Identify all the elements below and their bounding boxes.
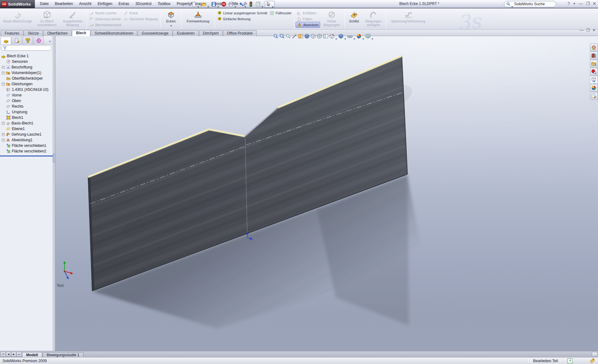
ribbon-button-einfache-bohrung[interactable]: Einfache Bohrung: [216, 16, 268, 22]
expand-icon[interactable]: +: [2, 133, 5, 136]
options-button[interactable]: [255, 1, 264, 8]
ribbon-button-schlitz[interactable]: Schlitz: [347, 10, 361, 23]
edit-appearance-button[interactable]: [356, 33, 365, 39]
ribbon-button-linear-ausgetragener-schnitt[interactable]: Linear ausgetragener Schnitt: [216, 10, 268, 16]
chevron-down-icon[interactable]: [244, 3, 246, 5]
doc-close-button[interactable]: ✕: [592, 28, 596, 32]
view-palette-tab[interactable]: [590, 76, 598, 84]
rollback-bar[interactable]: [0, 156, 53, 156]
chevron-down-icon[interactable]: [371, 35, 373, 37]
model-tab-bewegungsstudie-1[interactable]: Bewegungsstudie 1: [43, 352, 83, 357]
menu-bearbeiten[interactable]: Bearbeiten: [52, 0, 76, 8]
tab-dimxpert[interactable]: DimXpert: [199, 30, 223, 36]
menu-extras[interactable]: Extras: [116, 0, 132, 8]
menu-datei[interactable]: Datei: [37, 0, 52, 8]
expand-icon[interactable]: +: [2, 83, 5, 86]
tree-item-beschriftung[interactable]: +ABeschriftung: [0, 64, 53, 70]
chevron-down-icon[interactable]: [197, 3, 199, 5]
menu-3dcontrol[interactable]: 3Dcontrol: [132, 0, 154, 8]
display-wireframe-button[interactable]: [316, 33, 322, 39]
ribbon-button-formwerkzeug[interactable]: Formwerkzeug: [184, 10, 212, 23]
doc-minimize-button[interactable]: —: [580, 28, 583, 32]
tree-item-fläche-verschieben2[interactable]: Fläche verschieben2: [0, 148, 53, 154]
tree-item-blech-ecke-1[interactable]: Blech Ecke 1: [0, 53, 53, 59]
configurationmanager-tab[interactable]: [22, 37, 33, 44]
dimxpert-tab[interactable]: [33, 37, 44, 44]
prev-tab-button[interactable]: ◀: [6, 352, 11, 357]
ribbon-button-füllmuster[interactable]: Füllmuster: [268, 10, 293, 16]
tab-features[interactable]: Features: [1, 30, 23, 36]
tree-filter-input[interactable]: [1, 45, 52, 51]
solidworks-resources-tab[interactable]: [590, 68, 598, 76]
tree-item-ursprung[interactable]: Ursprung: [0, 109, 53, 115]
tree-item-abwicklung1[interactable]: +Abwicklung1: [0, 137, 53, 143]
expand-icon[interactable]: +: [2, 66, 5, 69]
quick-tips-icon[interactable]: ?: [567, 358, 572, 363]
tree-item-ebene1[interactable]: Ebene1: [0, 126, 53, 132]
tab-schweißkonstruktionen[interactable]: Schweißkonstruktionen: [91, 30, 137, 36]
search-input[interactable]: [514, 2, 551, 6]
menu-toolbox[interactable]: Toolbox: [154, 0, 173, 8]
panel-overflow-chevron[interactable]: »: [49, 39, 52, 44]
flyout-arrow-icon[interactable]: [170, 24, 172, 25]
tree-item-basis-blech1[interactable]: +Basis-Blech1: [0, 120, 53, 126]
undo-button[interactable]: [238, 1, 247, 8]
restore-button[interactable]: ❐: [586, 1, 590, 6]
doc-restore-button[interactable]: ❐: [586, 28, 590, 32]
open-button[interactable]: [201, 1, 210, 8]
appearances-tab[interactable]: [590, 84, 598, 92]
apply-scene-button[interactable]: [365, 33, 374, 39]
chevron-down-icon[interactable]: [272, 3, 274, 5]
pdf-button[interactable]: PS: [221, 1, 227, 8]
tab-evaluieren[interactable]: Evaluieren: [173, 30, 199, 36]
zoom-fit-button[interactable]: [273, 33, 279, 39]
menu-einfügen[interactable]: Einfügen: [94, 0, 115, 8]
pane-split-button[interactable]: [592, 352, 597, 357]
tree-item-gehrung-lasche1[interactable]: +Gehrung-Lasche1: [0, 132, 53, 137]
propertymanager-tab[interactable]: [12, 37, 22, 44]
display-style-button[interactable]: [338, 33, 347, 39]
close-button[interactable]: ✕: [593, 1, 596, 6]
chevron-down-icon[interactable]: [353, 35, 355, 37]
tree-item-fläche-verschieben1[interactable]: Fläche verschieben1: [0, 143, 53, 148]
help-dropdown-icon[interactable]: ▼: [573, 2, 576, 5]
tree-item-vorne[interactable]: Vorne: [0, 92, 53, 98]
menu-ansicht[interactable]: Ansicht: [76, 0, 94, 8]
chevron-down-icon[interactable]: [217, 3, 219, 5]
graphics-viewport[interactable]: Test: [55, 36, 598, 351]
display-hidden-lines-button[interactable]: [310, 33, 316, 39]
viewport-split-button[interactable]: [323, 33, 329, 39]
featuremanager-tab[interactable]: [1, 37, 11, 44]
chevron-down-icon[interactable]: [234, 3, 236, 5]
tab-skizze[interactable]: Skizze: [24, 30, 43, 36]
search-box[interactable]: [504, 1, 556, 7]
tree-item-oberflächenkörper[interactable]: Oberflächenkörper: [0, 76, 53, 81]
first-tab-button[interactable]: ⏮: [1, 352, 6, 357]
select-cursor-button[interactable]: [265, 1, 275, 8]
zoom-area-button[interactable]: [279, 33, 285, 39]
chevron-down-icon[interactable]: [261, 3, 263, 5]
panel-splitter[interactable]: [53, 36, 55, 351]
expand-icon[interactable]: +: [2, 72, 5, 74]
tree-item-1-4301-x5crni18-10-[interactable]: 1.4301 (X5CrNi18-10): [0, 87, 53, 92]
chevron-down-icon[interactable]: [344, 35, 346, 37]
section-view-button[interactable]: [298, 33, 304, 39]
tree-item-rechts[interactable]: Rechts: [0, 104, 53, 109]
custom-properties-tab[interactable]: [590, 92, 598, 100]
chevron-down-icon[interactable]: [335, 35, 337, 37]
new-document-button[interactable]: [191, 1, 200, 8]
display-shaded-button[interactable]: [304, 33, 310, 39]
save-button[interactable]: [211, 1, 220, 8]
model-tab-modell[interactable]: Modell: [22, 352, 42, 357]
minimize-button[interactable]: —: [579, 1, 583, 6]
chevron-down-icon[interactable]: [207, 3, 209, 5]
tree-item-volumenkörper-1-[interactable]: +Volumenkörper(1): [0, 70, 53, 76]
tree-item-oben[interactable]: Oben: [0, 98, 53, 104]
zoom-inout-button[interactable]: [285, 33, 291, 39]
ribbon-button-ecken[interactable]: Ecken: [163, 10, 179, 25]
tab-gusswerkzeuge[interactable]: Gusswerkzeuge: [138, 30, 173, 36]
tree-item-sensoren[interactable]: Sensoren: [0, 59, 53, 64]
view-settings-button[interactable]: [329, 33, 338, 39]
traffic-light-button[interactable]: [248, 1, 254, 8]
tab-oberflächen[interactable]: Oberflächen: [43, 30, 72, 36]
